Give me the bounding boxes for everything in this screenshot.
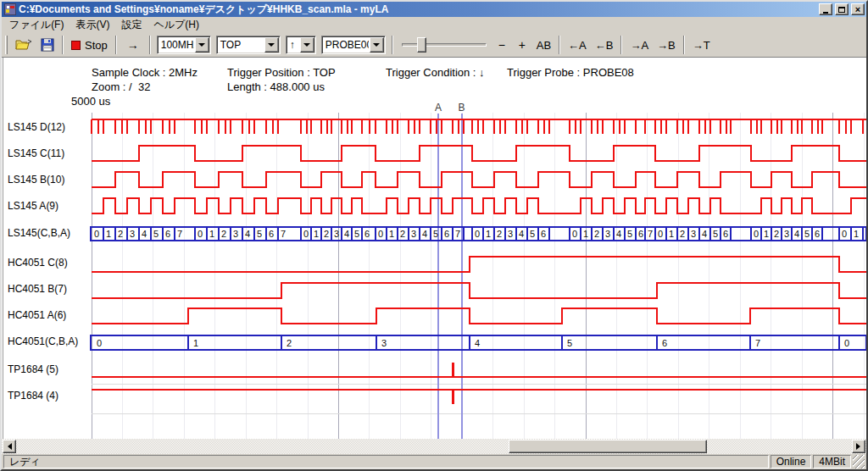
close-button[interactable]: ×	[851, 3, 865, 15]
svg-text:6: 6	[815, 229, 820, 239]
svg-text:5: 5	[354, 229, 359, 239]
svg-text:3: 3	[691, 229, 696, 239]
svg-text:2: 2	[774, 229, 779, 239]
ab-button[interactable]: AB	[532, 35, 555, 55]
maximize-button[interactable]	[835, 3, 849, 15]
menu-settings[interactable]: 設定	[115, 16, 147, 34]
length-text: Length : 488.000 us	[227, 80, 325, 93]
svg-text:6: 6	[723, 229, 728, 239]
probe-select[interactable]: PROBE00	[321, 36, 386, 54]
svg-text:3: 3	[411, 229, 416, 239]
zoom-slider-thumb[interactable]	[417, 37, 426, 53]
menu-help[interactable]: ヘルプ(H)	[147, 16, 205, 34]
goto-a-button[interactable]: ←A	[564, 35, 591, 55]
svg-text:6: 6	[541, 229, 546, 239]
zoom-slider[interactable]	[402, 35, 487, 55]
app-window: C:¥Documents and Settings¥noname¥デスクトップ¥…	[0, 0, 868, 471]
channel-label: LS145(C,B,A)	[8, 227, 70, 239]
svg-text:5: 5	[257, 229, 262, 239]
svg-text:2: 2	[594, 229, 599, 239]
menubar: ファイル(F) 表示(V) 設定 ヘルプ(H)	[2, 17, 866, 33]
separator	[392, 36, 393, 54]
channel-label: LS145 D(12)	[8, 121, 65, 133]
toolbar-grip[interactable]	[5, 36, 8, 54]
zoom-slider-track[interactable]	[402, 43, 487, 47]
svg-text:2: 2	[400, 229, 405, 239]
goto-trigger-button[interactable]: →T	[688, 35, 715, 55]
status-memory: 4MBit	[813, 455, 851, 468]
chevron-down-icon[interactable]	[370, 37, 384, 53]
svg-text:1: 1	[209, 229, 214, 239]
trigger-edge-select[interactable]: ↑	[286, 36, 316, 54]
stop-icon	[71, 41, 81, 50]
goto-b-button[interactable]: ←B	[591, 35, 618, 55]
run-button[interactable]: →	[120, 35, 146, 55]
svg-text:7: 7	[177, 229, 182, 239]
next-a-button[interactable]: →A	[626, 35, 653, 55]
svg-text:2: 2	[497, 229, 502, 239]
panel-edge	[3, 58, 4, 439]
scroll-right-button[interactable]	[852, 440, 865, 453]
close-icon: ×	[855, 5, 860, 14]
next-b-button[interactable]: →B	[653, 35, 680, 55]
svg-text:6: 6	[638, 229, 643, 239]
clock-select[interactable]: 100MHz	[157, 36, 211, 54]
minimize-button[interactable]	[819, 3, 832, 15]
cursors[interactable]: AB	[435, 102, 465, 439]
scroll-left-button[interactable]	[3, 440, 16, 453]
triangle-right-icon	[856, 443, 864, 450]
channel-digital	[92, 257, 866, 272]
svg-text:3: 3	[233, 229, 238, 239]
svg-text:7: 7	[455, 229, 460, 239]
menu-file[interactable]: ファイル(F)	[3, 16, 70, 34]
chevron-down-icon[interactable]	[300, 37, 314, 53]
waveform-panel: Sample Clock : 2MHz Trigger Position : T…	[2, 58, 866, 439]
svg-text:5: 5	[713, 229, 718, 239]
zoom-out-button[interactable]: −	[492, 35, 512, 55]
svg-text:1: 1	[389, 229, 394, 239]
svg-text:6: 6	[364, 229, 370, 239]
chevron-down-icon[interactable]	[264, 37, 279, 53]
svg-text:0: 0	[198, 229, 203, 239]
svg-text:0: 0	[842, 229, 847, 239]
svg-text:5: 5	[433, 229, 438, 239]
trigger-position-select[interactable]: TOP	[216, 36, 281, 54]
svg-text:0: 0	[754, 229, 759, 239]
channel-digital	[92, 198, 866, 213]
svg-text:1: 1	[314, 229, 319, 239]
open-folder-icon	[15, 38, 32, 52]
stop-button[interactable]: Stop	[67, 35, 112, 55]
svg-text:1: 1	[106, 229, 111, 239]
svg-text:2: 2	[221, 229, 226, 239]
minimize-icon	[823, 12, 828, 14]
svg-text:1: 1	[583, 229, 588, 239]
svg-text:7: 7	[648, 229, 653, 239]
svg-text:1: 1	[193, 338, 198, 348]
svg-text:5: 5	[153, 229, 159, 239]
sample-clock-text: Sample Clock : 2MHz	[92, 66, 198, 79]
channel-pulse	[92, 363, 866, 377]
menu-view[interactable]: 表示(V)	[70, 16, 115, 34]
zoom-text: Zoom : / 32	[92, 80, 150, 93]
waveform-canvas[interactable]: AB01234567012345670123456012345670123456…	[2, 58, 866, 439]
save-button[interactable]	[36, 35, 58, 55]
svg-text:4: 4	[702, 229, 707, 239]
chevron-down-icon[interactable]	[195, 37, 209, 53]
svg-text:5: 5	[804, 229, 810, 239]
svg-text:6: 6	[444, 229, 449, 239]
scrollbar-thumb[interactable]	[509, 440, 707, 453]
svg-text:0: 0	[303, 229, 309, 239]
titlebar[interactable]: C:¥Documents and Settings¥noname¥デスクトップ¥…	[2, 2, 866, 17]
svg-text:0: 0	[572, 229, 577, 239]
horizontal-scrollbar[interactable]	[2, 439, 866, 454]
resize-grip[interactable]	[853, 455, 865, 468]
svg-text:1: 1	[669, 229, 674, 239]
probe-select-value: PROBE00	[322, 39, 369, 51]
separator	[559, 36, 560, 54]
separator	[62, 36, 64, 54]
svg-text:0: 0	[475, 229, 480, 239]
app-icon	[4, 3, 16, 15]
open-button[interactable]	[11, 35, 36, 55]
separator	[149, 36, 151, 54]
zoom-in-button[interactable]: +	[512, 35, 532, 55]
